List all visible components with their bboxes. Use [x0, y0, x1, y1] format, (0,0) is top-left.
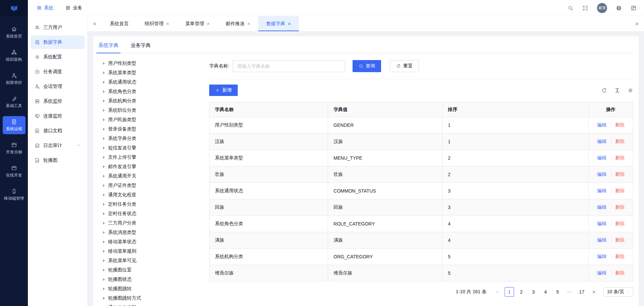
rail-item-permission[interactable]: 权限管控: [3, 70, 26, 88]
caret-right-icon[interactable]: [103, 203, 105, 206]
caret-right-icon[interactable]: [103, 109, 105, 112]
rail-item-system-ops[interactable]: 系统运维: [3, 116, 26, 134]
caret-right-icon[interactable]: [103, 194, 105, 196]
tree-item[interactable]: 轮播图状态: [99, 275, 206, 284]
delete-link[interactable]: 删除: [611, 221, 625, 226]
rail-item-system-home[interactable]: 系统首页: [3, 23, 26, 42]
page-tab[interactable]: 菜单管理 ×: [177, 16, 218, 31]
caret-right-icon[interactable]: [103, 137, 105, 140]
caret-right-icon[interactable]: [103, 288, 105, 290]
tree-item[interactable]: 邮件发送引擎: [99, 162, 206, 171]
page-button[interactable]: 4: [541, 287, 550, 297]
nav-tab-business[interactable]: 业务: [65, 5, 82, 11]
caret-right-icon[interactable]: [103, 241, 105, 243]
close-icon[interactable]: ×: [166, 21, 169, 27]
tree-item[interactable]: 系统菜单可见: [99, 256, 206, 265]
nav-tab-system[interactable]: 系统: [37, 5, 53, 11]
caret-right-icon[interactable]: [103, 278, 105, 281]
delete-link[interactable]: 删除: [611, 155, 625, 160]
sidebar-item-task-schedule[interactable]: 任务调度: [31, 65, 85, 79]
caret-right-icon[interactable]: [103, 118, 105, 121]
caret-right-icon[interactable]: [103, 100, 105, 102]
refresh-icon[interactable]: [601, 88, 607, 93]
tab-business-dict[interactable]: 业务字典: [131, 42, 151, 53]
sidebar-item-system-config[interactable]: 系统配置: [31, 50, 85, 64]
caret-right-icon[interactable]: [103, 165, 105, 168]
tree-item[interactable]: 移动菜单规则: [99, 247, 206, 256]
tabs-scroll-left[interactable]: <: [88, 16, 102, 31]
edit-link[interactable]: 编辑: [597, 221, 606, 226]
caret-right-icon[interactable]: [103, 269, 105, 271]
delete-link[interactable]: 删除: [611, 188, 625, 193]
page-size-select[interactable]: 10 条/页: [603, 287, 633, 297]
page-button[interactable]: >: [589, 287, 599, 297]
tree-item[interactable]: 系统菜单类型: [99, 68, 206, 78]
tree-item[interactable]: 短信发送引擎: [99, 143, 206, 153]
rail-item-basic-tools[interactable]: 基础工具: [3, 93, 26, 111]
rail-item-dev-examples[interactable]: 开发示例: [3, 139, 26, 157]
caret-right-icon[interactable]: [103, 71, 105, 74]
sidebar-item-third-party-users[interactable]: 三方用户: [31, 21, 85, 34]
rail-item-online-dev[interactable]: 在线开发: [3, 162, 26, 181]
tree-item[interactable]: 系统职位分类: [99, 106, 206, 115]
tree-item[interactable]: 定时任务分类: [99, 200, 206, 209]
delete-link[interactable]: 删除: [611, 204, 625, 210]
layout-icon[interactable]: [631, 5, 637, 11]
page-button[interactable]: •••: [565, 287, 574, 297]
caret-right-icon[interactable]: [103, 128, 105, 131]
row-height-icon[interactable]: [614, 88, 620, 93]
page-tab[interactable]: 邮件推送 ×: [218, 16, 259, 31]
tree-item[interactable]: 用户性别类型: [99, 59, 206, 68]
tree-item[interactable]: 系统通用状态: [99, 78, 206, 87]
avatar[interactable]: 超管: [597, 3, 607, 13]
close-icon[interactable]: ×: [207, 21, 210, 27]
delete-link[interactable]: 删除: [611, 254, 625, 259]
page-button[interactable]: 5: [553, 287, 562, 297]
edit-link[interactable]: 编辑: [597, 155, 606, 160]
rail-item-mobile-mgmt[interactable]: 移动端管理: [3, 186, 26, 204]
app-logo[interactable]: [0, 0, 28, 16]
page-tab[interactable]: 数据字典 ×: [258, 16, 299, 31]
caret-right-icon[interactable]: [103, 81, 105, 84]
page-button[interactable]: 17: [577, 287, 587, 297]
edit-link[interactable]: 编辑: [597, 188, 606, 193]
caret-right-icon[interactable]: [103, 222, 105, 224]
edit-link[interactable]: 编辑: [597, 139, 606, 144]
dict-name-input[interactable]: [233, 60, 345, 72]
caret-right-icon[interactable]: [103, 156, 105, 159]
delete-link[interactable]: 删除: [611, 139, 625, 144]
caret-right-icon[interactable]: [103, 231, 105, 234]
sidebar-item-carousel[interactable]: 轮播图: [31, 154, 85, 167]
tree-item[interactable]: 移动菜单状态: [99, 237, 206, 247]
edit-link[interactable]: 编辑: [597, 254, 606, 259]
tree-item[interactable]: 用户民族类型: [99, 115, 206, 124]
tree-item[interactable]: 登录设备类型: [99, 124, 206, 134]
tabs-scroll-right[interactable]: >: [630, 16, 644, 31]
delete-link[interactable]: 删除: [611, 237, 625, 243]
tree-item[interactable]: 通用文化程度: [99, 190, 206, 200]
tree-item[interactable]: 轮播图跳转: [99, 284, 206, 294]
caret-right-icon[interactable]: [103, 175, 105, 177]
edit-link[interactable]: 编辑: [597, 204, 606, 210]
tree-item[interactable]: 系统消息类型: [99, 228, 206, 237]
page-button[interactable]: 2: [517, 287, 526, 297]
tree-item[interactable]: 三方用户分类: [99, 218, 206, 228]
sidebar-item-connection-monitor[interactable]: 连接监控: [31, 109, 85, 123]
sidebar-item-session-mgmt[interactable]: 会话管理: [31, 80, 85, 93]
gear-icon[interactable]: [628, 88, 633, 93]
delete-link[interactable]: 删除: [611, 171, 625, 177]
close-icon[interactable]: ×: [288, 21, 291, 27]
sidebar-item-system-monitor[interactable]: 系统监控: [31, 95, 85, 108]
search-icon[interactable]: [567, 5, 573, 11]
page-button[interactable]: <: [493, 287, 502, 297]
close-icon[interactable]: ×: [247, 21, 250, 27]
caret-right-icon[interactable]: [103, 90, 105, 93]
tab-system-dict[interactable]: 系统字典: [98, 42, 119, 53]
page-tab[interactable]: 组织管理 ×: [137, 16, 177, 31]
tree-item[interactable]: 文件上传引擎: [99, 153, 206, 162]
page-button[interactable]: 1: [505, 287, 514, 297]
tree-item[interactable]: 系统通用开关: [99, 171, 206, 181]
tree-item[interactable]: 通知公告类型: [99, 303, 206, 306]
tree-item[interactable]: 用户证件类型: [99, 181, 206, 190]
delete-link[interactable]: 删除: [611, 122, 625, 128]
